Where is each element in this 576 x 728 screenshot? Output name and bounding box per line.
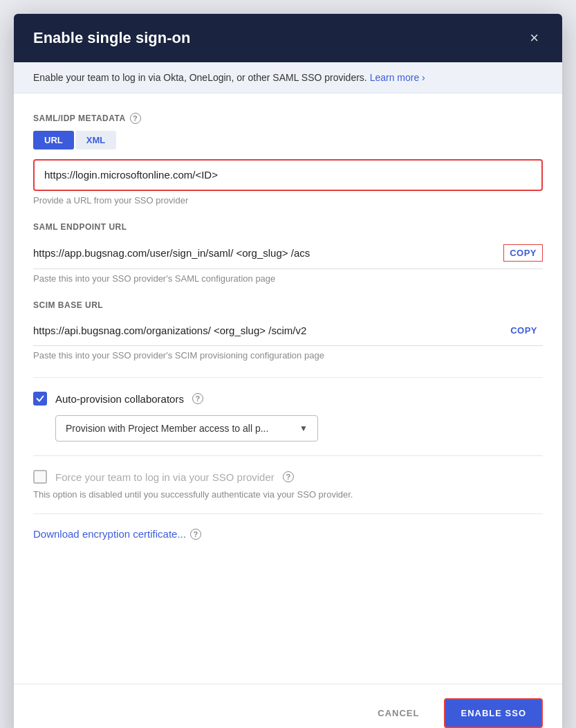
provision-dropdown[interactable]: Provision with Project Member access to … bbox=[55, 415, 318, 442]
modal-container: Enable single sign-on × Enable your team… bbox=[14, 14, 562, 728]
modal-header: Enable single sign-on × bbox=[14, 14, 562, 62]
scim-base-helper: Paste this into your SSO provider's SCIM… bbox=[33, 350, 543, 361]
saml-metadata-label: SAML/IdP Metadata ? bbox=[33, 113, 543, 124]
scim-base-section: SCIM Base URL https://api.bugsnag.com/or… bbox=[33, 300, 543, 361]
divider-3 bbox=[33, 513, 543, 514]
tab-group: URL XML bbox=[33, 131, 543, 149]
cancel-button[interactable]: CANCEL bbox=[364, 701, 433, 725]
saml-endpoint-section: SAML Endpoint URL https://app.bugsnag.co… bbox=[33, 222, 543, 284]
auto-provision-help-icon[interactable]: ? bbox=[192, 393, 203, 404]
divider-1 bbox=[33, 377, 543, 378]
download-cert-help-icon[interactable]: ? bbox=[190, 529, 201, 540]
scim-base-label: SCIM Base URL bbox=[33, 300, 543, 310]
learn-more-link[interactable]: Learn more › bbox=[370, 72, 425, 83]
force-login-help-icon[interactable]: ? bbox=[283, 471, 294, 482]
modal-footer: CANCEL ENABLE SSO bbox=[14, 684, 562, 728]
tab-xml[interactable]: XML bbox=[75, 131, 116, 149]
saml-endpoint-label: SAML Endpoint URL bbox=[33, 222, 543, 232]
saml-metadata-help-icon[interactable]: ? bbox=[130, 113, 141, 124]
saml-endpoint-field: https://app.bugsnag.com/user/sign_in/sam… bbox=[33, 237, 543, 269]
info-text: Enable your team to log in via Okta, One… bbox=[33, 72, 367, 83]
url-input-wrapper bbox=[33, 159, 543, 191]
tab-url[interactable]: URL bbox=[33, 131, 74, 149]
auto-provision-checkbox[interactable] bbox=[33, 392, 47, 406]
auto-provision-row: Auto-provision collaborators ? bbox=[33, 392, 543, 406]
force-login-note: This option is disabled until you succes… bbox=[33, 489, 543, 500]
saml-endpoint-copy-button[interactable]: COPY bbox=[503, 244, 543, 262]
provision-dropdown-value: Provision with Project Member access to … bbox=[66, 423, 268, 434]
scim-base-value: https://api.bugsnag.com/organizations/ <… bbox=[33, 325, 306, 336]
scim-base-field: https://api.bugsnag.com/organizations/ <… bbox=[33, 316, 543, 346]
modal-body: SAML/IdP Metadata ? URL XML Provide a UR… bbox=[14, 93, 562, 684]
force-login-label: Force your team to log in via your SSO p… bbox=[55, 471, 275, 483]
download-cert-text: Download encryption certificate... bbox=[33, 528, 186, 540]
url-helper-text: Provide a URL from your SSO provider bbox=[33, 195, 543, 206]
download-cert-link[interactable]: Download encryption certificate... ? bbox=[33, 528, 543, 540]
modal-title: Enable single sign-on bbox=[33, 29, 190, 47]
provision-dropdown-arrow: ▼ bbox=[299, 424, 308, 433]
close-button[interactable]: × bbox=[526, 29, 543, 47]
url-input[interactable] bbox=[44, 169, 532, 181]
divider-2 bbox=[33, 455, 543, 456]
scim-base-copy-button[interactable]: COPY bbox=[505, 322, 543, 338]
force-login-checkbox[interactable] bbox=[33, 470, 47, 484]
auto-provision-label: Auto-provision collaborators bbox=[55, 393, 184, 405]
enable-sso-button[interactable]: ENABLE SSO bbox=[444, 698, 543, 728]
saml-endpoint-helper: Paste this into your SSO provider's SAML… bbox=[33, 273, 543, 284]
force-login-row: Force your team to log in via your SSO p… bbox=[33, 470, 543, 484]
saml-endpoint-value: https://app.bugsnag.com/user/sign_in/sam… bbox=[33, 247, 310, 259]
info-bar: Enable your team to log in via Okta, One… bbox=[14, 62, 562, 93]
